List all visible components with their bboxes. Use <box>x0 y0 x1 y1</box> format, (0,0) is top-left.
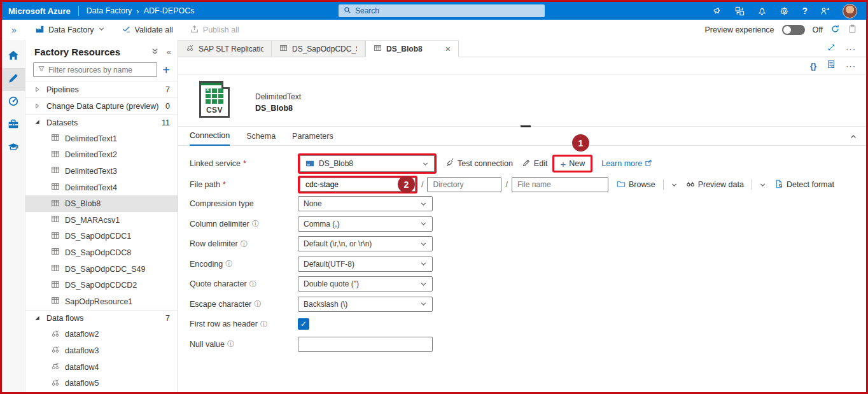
dataset-item[interactable]: DelimitedText4 <box>25 179 178 196</box>
field-label: Row delimiter <box>190 239 238 248</box>
nav-manage[interactable] <box>2 114 25 137</box>
edit-button[interactable]: Edit <box>522 158 548 169</box>
filter-funnel-icon <box>38 65 45 74</box>
expand-diagonal-icon[interactable] <box>827 43 836 54</box>
dataset-item-selected[interactable]: DS_Blob8 <box>25 195 178 212</box>
notifications-bell-icon[interactable] <box>757 6 767 16</box>
help-icon[interactable]: ? <box>802 6 808 16</box>
preview-experience-toggle[interactable] <box>782 25 805 35</box>
collapse-section-chevron-up-icon[interactable] <box>850 133 857 143</box>
dataflow-item[interactable]: dataflow5 <box>25 375 178 391</box>
refresh-icon[interactable] <box>830 24 840 36</box>
dataset-item[interactable]: DelimitedText3 <box>25 163 178 179</box>
tab-ds-blob8[interactable]: DS_Blob8 × <box>365 40 459 57</box>
tab-schema[interactable]: Schema <box>246 132 276 145</box>
search-input[interactable] <box>355 6 521 15</box>
first-row-as-header-checkbox[interactable]: ✓ <box>298 318 309 330</box>
section-pipelines[interactable]: Pipelines 7 <box>25 81 178 97</box>
dataset-item[interactable]: DS_SapOdpCDCD2 <box>25 277 178 293</box>
dataset-item[interactable]: DS_SapOdpCDC1 <box>25 229 178 245</box>
dataflow-item[interactable]: dataflow4 <box>25 359 178 376</box>
dataset-item[interactable]: SapOdpResource1 <box>25 293 178 310</box>
expand-rail-chevrons[interactable]: » <box>2 25 26 35</box>
dataset-item[interactable]: DS_SapOdpCDC_S49 <box>25 261 178 278</box>
directory-switch-icon[interactable] <box>735 6 745 16</box>
test-connection-button[interactable]: Test connection <box>445 158 513 169</box>
encoding-dropdown[interactable]: Default(UTF-8) <box>298 257 433 272</box>
nav-learning[interactable] <box>2 137 25 160</box>
chevron-down-icon[interactable] <box>671 181 678 188</box>
user-avatar[interactable] <box>843 4 857 18</box>
dataflow-item[interactable]: dataflow3 <box>25 342 178 359</box>
tab-sap-slt-replication[interactable]: SAP SLT Replication ... <box>178 40 272 57</box>
global-search-box[interactable] <box>339 4 545 17</box>
dataflow-item[interactable]: dataflow2 <box>25 327 178 343</box>
dataset-table-icon <box>51 133 60 144</box>
expanded-twisty-icon[interactable] <box>34 316 41 321</box>
add-resource-button[interactable]: + <box>162 64 172 76</box>
nav-home[interactable] <box>2 45 25 68</box>
compression-type-dropdown[interactable]: None <box>298 196 433 211</box>
browse-button[interactable]: Browse <box>617 179 655 190</box>
dataset-item[interactable]: DelimitedText1 <box>25 130 178 147</box>
expanded-twisty-icon[interactable] <box>34 120 41 125</box>
breadcrumb-app[interactable]: Data Factory <box>87 6 132 15</box>
close-tab-icon[interactable]: × <box>443 44 451 54</box>
resource-filter-input[interactable] <box>48 66 144 74</box>
resource-filter-box[interactable] <box>33 62 157 77</box>
row-delimiter-dropdown[interactable]: Default (\r,\n, or \r\n) <box>298 236 433 251</box>
collapsed-twisty-icon[interactable] <box>34 103 41 109</box>
more-options-icon[interactable]: ··· <box>846 61 856 71</box>
file-name-input[interactable] <box>512 177 608 192</box>
dataset-item[interactable]: DS_MARAcsv1 <box>25 212 178 229</box>
new-button[interactable]: New <box>569 159 585 168</box>
breadcrumb-instance[interactable]: ADF-DEPOCs <box>144 6 195 15</box>
azure-brand[interactable]: Microsoft Azure <box>2 6 78 16</box>
nav-author[interactable] <box>2 68 25 91</box>
collapse-all-icon[interactable] <box>151 47 159 57</box>
column-delimiter-dropdown[interactable]: Comma (,) <box>298 216 433 232</box>
tab-connection[interactable]: Connection <box>190 131 230 146</box>
announcements-megaphone-icon[interactable] <box>713 6 722 16</box>
binoculars-icon <box>686 179 695 190</box>
null-value-input[interactable] <box>298 337 433 352</box>
feedback-person-icon[interactable] <box>820 6 830 16</box>
selected-value: Backslash (\) <box>304 300 420 309</box>
tab-parameters[interactable]: Parameters <box>292 132 333 145</box>
section-cdc[interactable]: Change Data Capture (preview) 0 <box>25 97 178 114</box>
section-dataflows[interactable]: Data flows 7 <box>25 310 178 327</box>
more-options-icon[interactable]: ··· <box>846 44 856 53</box>
field-label: Quote character <box>190 279 247 288</box>
canvas-toolbar: {} ··· <box>178 57 866 74</box>
code-view-icon[interactable]: {} <box>810 61 816 71</box>
dataset-item[interactable]: DS_SapOdpCDC8 <box>25 244 178 261</box>
chevron-down-icon[interactable] <box>759 181 766 188</box>
section-datasets[interactable]: Datasets 11 <box>25 114 178 130</box>
field-label: Escape character <box>190 300 251 309</box>
settings-gear-icon[interactable] <box>780 6 789 16</box>
linked-service-dropdown[interactable]: DS_Blob8 <box>300 155 435 172</box>
publish-all-button[interactable]: Publish all <box>190 24 239 36</box>
dataset-table-icon <box>51 231 60 242</box>
nav-monitor[interactable] <box>2 91 25 114</box>
preview-data-button[interactable]: Preview data <box>686 179 744 190</box>
directory-input[interactable] <box>427 177 501 192</box>
collapsed-twisty-icon[interactable] <box>34 87 41 92</box>
quote-character-dropdown[interactable]: Double quote (") <box>298 276 433 292</box>
learn-more-link[interactable]: Learn more <box>601 159 652 169</box>
tab-label: DS_SapOdpCDC_S49 <box>292 45 357 53</box>
escape-character-dropdown[interactable]: Backslash (\) <box>298 297 433 312</box>
tab-ds-sapodpcdc-s49[interactable]: DS_SapOdpCDC_S49 <box>272 40 365 57</box>
dataset-item[interactable]: DelimitedText2 <box>25 147 178 164</box>
properties-doc-icon[interactable] <box>827 60 836 71</box>
clipboard-icon[interactable] <box>848 24 857 36</box>
detect-format-button[interactable]: Detect format <box>774 179 834 190</box>
factory-menu[interactable]: Data Factory <box>35 24 105 36</box>
section-count: 0 <box>165 102 170 111</box>
validate-all-button[interactable]: Validate all <box>122 24 173 36</box>
edit-label: Edit <box>534 159 548 168</box>
collapse-panel-icon[interactable]: « <box>167 47 171 57</box>
tab-label: DS_Blob8 <box>386 45 438 53</box>
toggle-state-label: Off <box>813 25 823 34</box>
dataset-type-label: DelimitedText <box>255 92 301 101</box>
